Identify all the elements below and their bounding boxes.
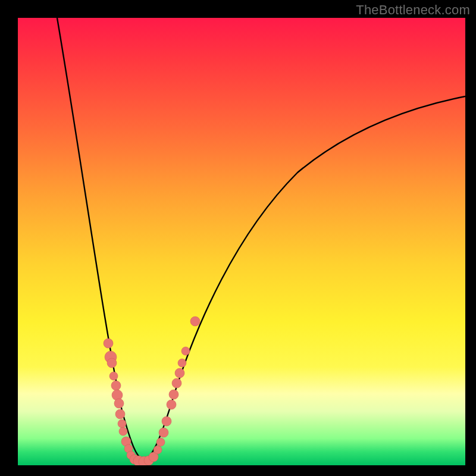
measurement-dot — [162, 416, 171, 426]
measurement-dot — [167, 400, 176, 409]
measurement-dot — [107, 358, 117, 368]
measurement-dot — [156, 438, 165, 446]
measurement-dot — [115, 409, 125, 419]
measurement-dot — [159, 428, 168, 437]
measurement-dot — [175, 368, 184, 378]
chart-plot-area — [18, 18, 465, 465]
chart-svg — [18, 18, 465, 465]
measurement-dot — [169, 390, 178, 399]
measurement-dot — [114, 399, 124, 408]
measurement-dot — [178, 359, 186, 367]
measurement-dot — [119, 427, 127, 436]
measurement-dot — [154, 446, 162, 454]
measurement-dot — [172, 378, 181, 388]
measurement-dot — [111, 381, 121, 390]
measurement-dot — [109, 372, 118, 380]
measurement-dot — [104, 339, 113, 348]
measurement-dot — [181, 347, 190, 355]
measurement-dots-group — [104, 317, 200, 465]
measurement-dot — [118, 419, 126, 428]
measurement-dot — [190, 317, 200, 326]
watermark-text: TheBottleneck.com — [356, 2, 470, 18]
